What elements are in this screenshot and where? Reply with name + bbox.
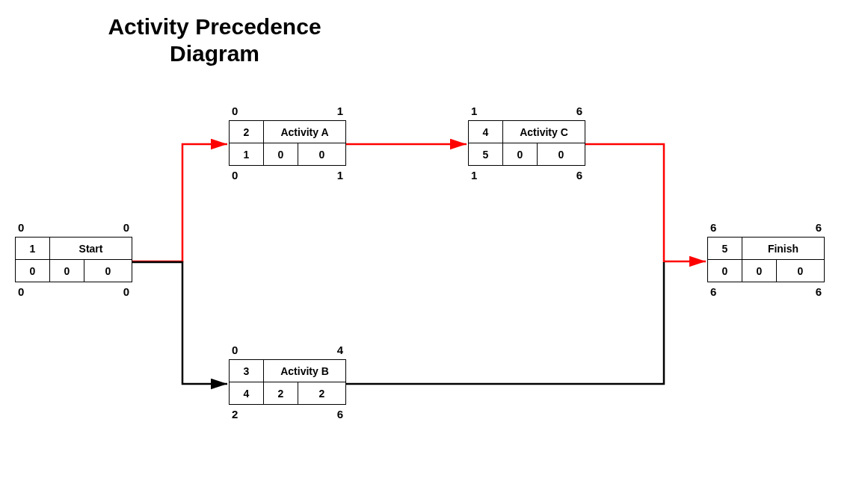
- es: 0: [232, 105, 288, 117]
- node-box: 5 Finish 0 0 0: [707, 237, 825, 282]
- node-name: Activity C: [503, 121, 585, 143]
- node-start: 0 0 1 Start 0 0 0 0 0: [15, 221, 132, 298]
- node-id: 4: [469, 121, 503, 143]
- lf: 1: [288, 169, 344, 181]
- ef: 1: [288, 105, 344, 117]
- ls: 1: [471, 169, 527, 181]
- ls: 2: [232, 408, 288, 420]
- node-ff: 0: [298, 143, 346, 166]
- node-ff: 0: [538, 143, 585, 166]
- edge-start-b: [132, 262, 227, 384]
- node-id: 1: [16, 238, 50, 260]
- node-dur: 4: [230, 382, 264, 405]
- ls: 6: [710, 285, 766, 298]
- node-id: 5: [708, 238, 742, 260]
- node-tf: 2: [264, 382, 298, 405]
- ef: 6: [527, 105, 583, 117]
- node-tf: 0: [742, 260, 777, 282]
- node-dur: 0: [708, 260, 742, 282]
- diagram-stage: 0 0 1 Start 0 0 0 0 0 0 1 2 A: [0, 0, 868, 478]
- node-tf: 0: [503, 143, 538, 166]
- node-finish: 6 6 5 Finish 0 0 0 6 6: [707, 221, 825, 298]
- es: 0: [18, 221, 74, 234]
- node-dur: 1: [230, 143, 264, 166]
- ef: 0: [74, 221, 130, 234]
- es: 0: [232, 344, 288, 356]
- node-dur: 0: [16, 260, 50, 282]
- node-box: 2 Activity A 1 0 0: [229, 120, 346, 166]
- edge-b-finish: [345, 262, 664, 384]
- edge-start-a: [132, 144, 227, 261]
- ef: 6: [766, 221, 822, 234]
- node-box: 1 Start 0 0 0: [15, 237, 132, 282]
- node-activity-c: 1 6 4 Activity C 5 0 0 1 6: [468, 105, 585, 181]
- lf: 6: [288, 408, 344, 420]
- node-box: 4 Activity C 5 0 0: [468, 120, 585, 166]
- es: 6: [710, 221, 766, 234]
- lf: 6: [527, 169, 583, 181]
- ls: 0: [18, 285, 74, 298]
- edge-c-finish: [585, 144, 706, 261]
- node-activity-b: 0 4 3 Activity B 4 2 2 2 6: [229, 344, 346, 420]
- node-name: Start: [50, 238, 132, 260]
- node-ff: 0: [777, 260, 825, 282]
- node-ff: 0: [84, 260, 132, 282]
- node-id: 3: [230, 360, 264, 382]
- node-dur: 5: [469, 143, 503, 166]
- lf: 0: [74, 285, 130, 298]
- node-name: Finish: [742, 238, 825, 260]
- lf: 6: [766, 285, 822, 298]
- node-box: 3 Activity B 4 2 2: [229, 359, 346, 405]
- ef: 4: [288, 344, 344, 356]
- node-ff: 2: [298, 382, 346, 405]
- node-name: Activity B: [264, 360, 346, 382]
- es: 1: [471, 105, 527, 117]
- node-tf: 0: [264, 143, 298, 166]
- node-id: 2: [230, 121, 264, 143]
- ls: 0: [232, 169, 288, 181]
- node-tf: 0: [50, 260, 84, 282]
- node-name: Activity A: [264, 121, 346, 143]
- node-activity-a: 0 1 2 Activity A 1 0 0 0 1: [229, 105, 346, 181]
